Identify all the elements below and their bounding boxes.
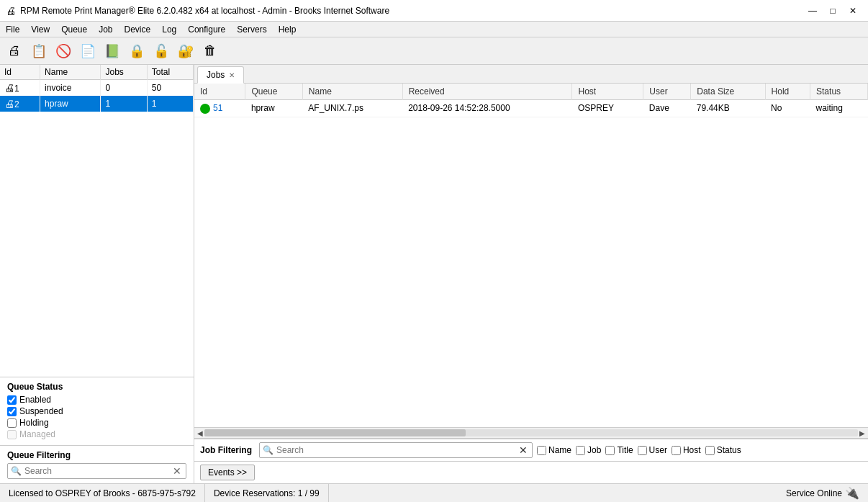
unlock-btn[interactable]: 🔓 [150, 40, 173, 62]
service-online-text: Service Online [786, 488, 842, 498]
jobs-table-header: IdQueueNameReceivedHostUserData SizeHold… [194, 84, 868, 100]
jobs-col-hold: Hold [765, 84, 810, 100]
menu-item-device[interactable]: Device [119, 22, 157, 37]
menu-item-queue[interactable]: Queue [55, 22, 93, 37]
queue-cell-name: invoice [40, 80, 101, 97]
menu-item-log[interactable]: Log [156, 22, 182, 37]
maximize-button[interactable]: □ [823, 4, 842, 18]
queue-search-icon: 🔍 [11, 466, 22, 476]
events-button[interactable]: Events >> [200, 465, 255, 480]
queue-status-checkbox-suspended[interactable] [7, 407, 17, 416]
queue-filtering-section: Queue Filtering 🔍 ✕ [0, 445, 194, 483]
window-title: RPM Remote Print Manager® Elite 6.2.0.48… [20, 6, 803, 16]
horizontal-scrollbar[interactable]: ◀ ▶ [194, 427, 868, 439]
job-filter-title[interactable]: Title [605, 445, 633, 455]
queue-status-label-managed: Managed [19, 429, 55, 439]
jobs-col-received: Received [402, 84, 572, 100]
queue-status-title: Queue Status [7, 382, 186, 392]
queue-status-label-suspended: Suspended [19, 406, 63, 416]
clipboard-btn[interactable]: 📋 [27, 40, 50, 62]
menu-item-file[interactable]: File [0, 22, 25, 37]
queue-cell-jobs: 0 [101, 80, 147, 97]
jobs-cell-id: 51 [194, 100, 245, 117]
menu-item-help[interactable]: Help [273, 22, 302, 37]
events-bar: Events >> [194, 461, 868, 483]
job-filter-name[interactable]: Name [537, 445, 571, 455]
tab-close-button[interactable]: ✕ [229, 71, 235, 79]
service-status-section: Service Online 🔌 [777, 486, 868, 500]
queue-status-suspended[interactable]: Suspended [7, 406, 186, 416]
scroll-track[interactable] [204, 429, 858, 436]
status-bar: Licensed to OSPREY of Brooks - 6875-975-… [0, 483, 868, 502]
queue-start-btn[interactable]: 📗 [101, 40, 124, 62]
queue-status-enabled[interactable]: Enabled [7, 395, 186, 405]
window-controls: — □ ✕ [803, 4, 862, 18]
menu-item-job[interactable]: Job [93, 22, 118, 37]
job-search-input[interactable] [276, 445, 517, 455]
job-filter-checkbox-title[interactable] [605, 446, 615, 455]
queue-cell-total: 50 [147, 80, 193, 97]
queue-status-managed: Managed [7, 429, 186, 439]
minimize-button[interactable]: — [803, 4, 822, 18]
job-filter-search-container: 🔍 ✕ [259, 442, 533, 458]
queue-status-checkbox-managed [7, 430, 17, 439]
job-filter-checkboxes: NameJobTitleUserHostStatus [537, 445, 741, 455]
jobs-col-name: Name [302, 84, 402, 100]
menu-item-servers[interactable]: Servers [231, 22, 272, 37]
queue-table-body: 🖨1invoice050🖨2hpraw11 [0, 80, 194, 112]
job-filter-checkbox-status[interactable] [705, 446, 715, 455]
queue-col-id: Id [0, 65, 40, 80]
queue-status-holding[interactable]: Holding [7, 418, 186, 428]
queue-cell-id: 🖨2 [0, 96, 40, 112]
queue-status-checkbox-holding[interactable] [7, 418, 17, 428]
jobs-row-51[interactable]: 51hprawAF_UNIX.7.ps2018-09-26 14:52:28.5… [194, 100, 868, 117]
queue-status-items: EnabledSuspendedHoldingManaged [7, 395, 186, 439]
scroll-right-arrow[interactable]: ▶ [858, 429, 867, 437]
right-panel: Jobs✕ IdQueueNameReceivedHostUserData Si… [194, 65, 868, 483]
jobs-col-user: User [643, 84, 691, 100]
jobs-cell-status: waiting [810, 100, 868, 117]
job-filter-label-status: Status [717, 445, 741, 455]
job-filter-job[interactable]: Job [576, 445, 601, 455]
queue-row-2[interactable]: 🖨2hpraw11 [0, 96, 194, 112]
lock-btn[interactable]: 🔒 [125, 40, 148, 62]
job-filter-label-user: User [649, 445, 667, 455]
scroll-thumb[interactable] [204, 429, 466, 436]
scroll-left-arrow[interactable]: ◀ [196, 429, 204, 437]
tab-label: Jobs [207, 70, 225, 80]
title-bar: 🖨 RPM Remote Print Manager® Elite 6.2.0.… [0, 0, 868, 22]
stop-btn[interactable]: 🚫 [52, 40, 75, 62]
job-filter-checkbox-host[interactable] [672, 446, 681, 455]
queue-status-checkbox-enabled[interactable] [7, 395, 17, 405]
menu-item-view[interactable]: View [25, 22, 55, 37]
job-filter-label-name: Name [548, 445, 571, 455]
queue-cell-jobs: 1 [101, 96, 147, 112]
service-online-icon: 🔌 [845, 486, 859, 500]
licensed-section: Licensed to OSPREY of Brooks - 6875-975-… [0, 484, 205, 502]
job-filter-checkbox-name[interactable] [537, 446, 546, 455]
print-btn[interactable]: 🖨 [3, 40, 26, 62]
new-btn[interactable]: 📄 [76, 40, 99, 62]
lock2-btn[interactable]: 🔐 [174, 40, 197, 62]
tabs-bar: Jobs✕ [194, 65, 868, 84]
job-filter-host[interactable]: Host [672, 445, 701, 455]
delete-btn[interactable]: 🗑 [199, 40, 222, 62]
queue-search-clear-button[interactable]: ✕ [171, 465, 183, 477]
queue-row-1[interactable]: 🖨1invoice050 [0, 80, 194, 97]
queue-search-input[interactable] [24, 466, 171, 476]
jobs-table-container: IdQueueNameReceivedHostUserData SizeHold… [194, 84, 868, 427]
job-search-clear-button[interactable]: ✕ [517, 444, 529, 456]
job-status-dot [200, 104, 210, 114]
queue-status-section: Queue Status EnabledSuspendedHoldingMana… [0, 377, 194, 445]
job-filter-user[interactable]: User [638, 445, 667, 455]
job-filter-checkbox-user[interactable] [638, 446, 647, 455]
jobs-cell-name: AF_UNIX.7.ps [302, 100, 402, 117]
job-filter-status[interactable]: Status [705, 445, 741, 455]
job-filter-label-title: Title [617, 445, 633, 455]
device-reservations-text: Device Reservations: 1 / 99 [214, 488, 320, 498]
menu-item-configure[interactable]: Configure [182, 22, 231, 37]
tab-jobs[interactable]: Jobs✕ [197, 66, 244, 84]
job-filter-checkbox-job[interactable] [576, 446, 585, 455]
queue-filtering-title: Queue Filtering [7, 450, 186, 460]
close-button[interactable]: ✕ [844, 4, 862, 18]
